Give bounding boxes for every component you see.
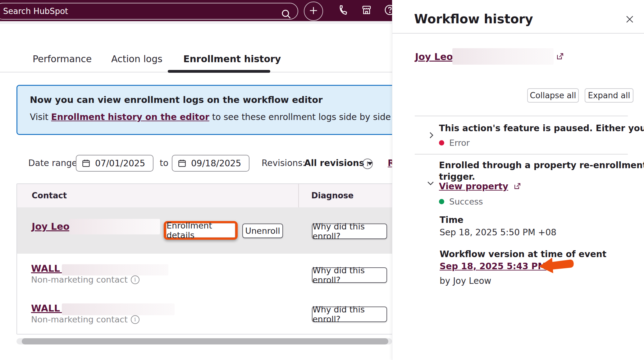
to-label: to xyxy=(160,158,168,168)
status-label: Error xyxy=(449,138,470,148)
calendar-icon xyxy=(177,159,187,168)
enrollment-details-button[interactable]: Enrollment details xyxy=(166,223,235,238)
external-link-icon[interactable] xyxy=(556,52,564,62)
global-search-input[interactable]: Search HubSpot xyxy=(0,3,298,20)
start-date-input[interactable]: 07/01/2025 xyxy=(76,155,153,172)
search-icon[interactable] xyxy=(281,9,291,21)
close-icon[interactable] xyxy=(623,13,636,25)
success-dot-icon xyxy=(439,199,444,204)
main-content: Search HubSpot xyxy=(0,0,392,360)
hubspot-workflow-screen: Search HubSpot xyxy=(0,0,644,360)
why-did-this-enroll-button[interactable]: Why did this enroll? xyxy=(312,307,387,322)
annotation-arrow-icon xyxy=(539,256,575,277)
enrollment-table: Contact Diagnose Joy Leow Enrollment det… xyxy=(16,183,392,335)
chevron-down-icon[interactable] xyxy=(426,178,435,189)
table-header: Contact Diagnose xyxy=(17,184,392,208)
banner-body: Visit Enrollment history on the editor t… xyxy=(30,112,392,122)
time-value: Sep 18, 2025 5:50 PM +08 xyxy=(440,227,556,238)
revisions-info-icon[interactable]: i xyxy=(362,159,373,169)
view-property-row: View property xyxy=(439,181,521,192)
table-row-wall-e-1[interactable]: WALL E Non-marketing contacti Why did th… xyxy=(17,254,392,295)
calling-button[interactable] xyxy=(336,0,350,21)
redacted-email xyxy=(62,264,168,275)
column-divider xyxy=(298,184,299,207)
event2-title: Enrolled through a property re-enrollmen… xyxy=(439,159,644,182)
event-divider xyxy=(415,116,628,116)
calendar-icon xyxy=(81,159,91,168)
help-button[interactable] xyxy=(383,0,392,21)
column-header-diagnose: Diagnose xyxy=(311,191,354,200)
collapse-all-button[interactable]: Collapse all xyxy=(527,88,579,103)
event-title-wrap: This action's feature is paused. Either … xyxy=(439,122,644,134)
end-date-value: 09/18/2025 xyxy=(191,158,241,168)
tab-action-logs[interactable]: Action logs xyxy=(111,53,162,64)
top-navbar: Search HubSpot xyxy=(0,0,392,21)
banner-body-prefix: Visit xyxy=(30,112,51,122)
view-property-link[interactable]: View property xyxy=(439,181,508,192)
plus-icon xyxy=(308,5,319,17)
event1-status: Error xyxy=(439,138,470,148)
panel-title: Workflow history xyxy=(414,12,533,26)
event2-status: Success xyxy=(439,197,483,206)
contact-subtype: Non-marketing contacti xyxy=(31,315,139,324)
table-row-wall-e-2[interactable]: WALL E Non-marketing contacti Why did th… xyxy=(17,294,392,333)
marketplace-icon xyxy=(361,4,372,17)
enrollment-history-editor-link[interactable]: Enrollment history on the editor xyxy=(51,112,209,122)
create-button[interactable] xyxy=(304,2,323,21)
banner-body-suffix: to see these enrollment logs side by sid… xyxy=(209,112,392,122)
search-placeholder: Search HubSpot xyxy=(3,7,68,16)
table-row-joy-leow[interactable]: Joy Leow Enrollment details Unenroll Why… xyxy=(17,207,392,254)
enrollment-logs-banner: Now you can view enrollment logs on the … xyxy=(16,85,392,135)
info-icon[interactable]: i xyxy=(131,315,139,324)
marketplace-button[interactable] xyxy=(360,0,373,21)
why-did-this-enroll-button[interactable]: Why did this enroll? xyxy=(312,267,387,283)
time-label: Time xyxy=(440,215,464,225)
page-top-strip xyxy=(0,21,392,24)
active-tab-underline xyxy=(168,70,270,73)
phone-icon xyxy=(338,4,349,17)
redacted-email xyxy=(452,48,554,65)
start-date-value: 07/01/2025 xyxy=(95,158,145,168)
date-range-label: Date range: xyxy=(28,158,80,168)
event-divider xyxy=(415,154,628,155)
version-label: Workflow version at time of event xyxy=(440,249,606,259)
end-date-input[interactable]: 09/18/2025 xyxy=(172,155,249,172)
banner-title: Now you can view enrollment logs on the … xyxy=(30,95,322,105)
reset-link-clipped[interactable]: R xyxy=(388,158,392,168)
info-icon[interactable]: i xyxy=(131,275,139,284)
tab-performance[interactable]: Performance xyxy=(33,53,92,64)
event1-title: This action's feature is paused. Either … xyxy=(439,123,644,133)
external-link-icon[interactable] xyxy=(514,182,521,190)
workflow-history-panel: Workflow history Joy Leow Collapse all E… xyxy=(392,0,644,360)
help-icon xyxy=(384,4,392,17)
enrollment-details-highlight: Enrollment details xyxy=(164,221,238,240)
expand-all-button[interactable]: Expand all xyxy=(585,88,633,103)
workflow-version-link[interactable]: Sep 18, 2025 5:43 PM xyxy=(440,261,546,271)
revisions-label: Revisions: xyxy=(262,158,305,168)
horizontal-scrollbar-thumb[interactable] xyxy=(22,338,388,344)
unenroll-button[interactable]: Unenroll xyxy=(242,224,283,238)
error-dot-icon xyxy=(439,140,444,145)
contact-subtype: Non-marketing contacti xyxy=(31,275,139,284)
redacted-email xyxy=(69,219,160,234)
panel-header-divider xyxy=(392,33,644,34)
status-label: Success xyxy=(449,197,483,206)
version-author: by Joy Leow xyxy=(440,276,491,286)
redacted-email xyxy=(62,303,175,315)
chevron-right-icon[interactable] xyxy=(427,131,436,141)
tab-enrollment-history[interactable]: Enrollment history xyxy=(183,53,281,64)
why-did-this-enroll-button[interactable]: Why did this enroll? xyxy=(312,224,387,239)
column-header-contact: Contact xyxy=(32,191,67,200)
